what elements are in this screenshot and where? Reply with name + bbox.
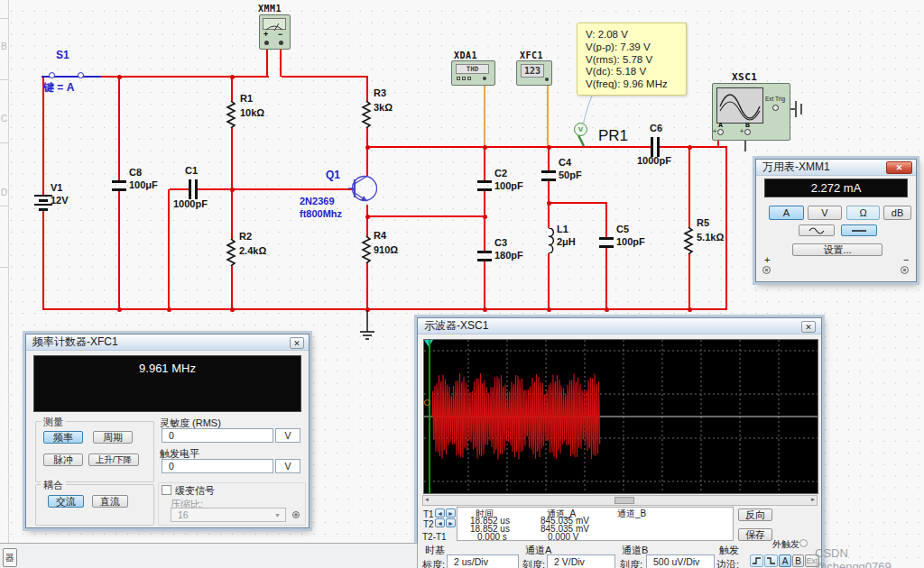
reverse-button[interactable]: 反向 bbox=[738, 508, 772, 521]
channel-b-input[interactable]: 500 uV/Div bbox=[646, 554, 715, 568]
capacitor-c3[interactable] bbox=[477, 251, 492, 261]
timebase-scale-label: 标度: bbox=[422, 558, 445, 568]
wire bbox=[42, 211, 44, 310]
panel-tab[interactable]: 器 bbox=[3, 548, 17, 567]
close-button[interactable]: ✕ bbox=[801, 321, 816, 333]
transistor-q1[interactable] bbox=[348, 174, 379, 206]
capacitor-c1[interactable] bbox=[189, 179, 198, 199]
battery-v1[interactable] bbox=[34, 204, 52, 206]
resistor-r5[interactable] bbox=[683, 227, 694, 254]
close-button[interactable]: ✕ bbox=[886, 161, 912, 174]
probe-vpp: V(p-p): 7.39 V bbox=[586, 41, 686, 54]
falling-edge-button[interactable] bbox=[764, 554, 778, 567]
timebase-input[interactable]: 2 us/Div bbox=[447, 554, 519, 568]
frequency-counter-titlebar[interactable]: 频率计数器-XFC1 bbox=[26, 334, 309, 351]
trigger-channel-b-button[interactable]: B bbox=[792, 554, 804, 567]
save-button[interactable]: 保存 bbox=[738, 528, 772, 541]
period-mode-button[interactable]: 周期 bbox=[93, 431, 133, 444]
resistor-r1[interactable] bbox=[226, 101, 236, 128]
compression-ratio-select[interactable]: 16 ▼ bbox=[171, 508, 286, 522]
mode-ohm-button[interactable]: Ω bbox=[846, 206, 880, 220]
rising-edge-button[interactable] bbox=[750, 554, 763, 567]
capacitor-c8[interactable] bbox=[112, 180, 126, 191]
trigger-unit[interactable]: V bbox=[275, 459, 300, 473]
resistor-r2[interactable] bbox=[226, 239, 236, 266]
sensitivity-unit[interactable]: V bbox=[275, 428, 300, 443]
scroll-right-icon[interactable]: ► bbox=[810, 497, 816, 502]
oscilloscope-icon[interactable]: Ext Trig A B + + bbox=[712, 83, 790, 141]
ground-symbol[interactable] bbox=[358, 310, 376, 344]
channel-a-input[interactable]: 2 V/Div bbox=[547, 554, 615, 568]
battery-v1[interactable] bbox=[39, 208, 48, 211]
freq-mode-button[interactable]: 频率 bbox=[43, 431, 83, 444]
settings-button[interactable]: 设置... bbox=[792, 243, 882, 256]
component-value: 1000pF bbox=[173, 198, 208, 209]
scrollbar-thumb[interactable] bbox=[614, 497, 634, 504]
trigger-level-input[interactable]: 0 bbox=[162, 459, 273, 473]
multimeter-icon[interactable]: + − bbox=[259, 14, 291, 50]
component-value: 10kΩ bbox=[240, 107, 264, 118]
mode-volt-button[interactable]: V bbox=[808, 206, 842, 220]
component-ref: C6 bbox=[650, 123, 662, 133]
dc-coupling-button[interactable]: 直流 bbox=[92, 495, 128, 508]
button-label: 频率 bbox=[53, 431, 73, 444]
wire bbox=[266, 48, 268, 77]
ext-trigger-radio[interactable] bbox=[799, 539, 808, 547]
capacitor-c4[interactable] bbox=[541, 170, 556, 181]
resistor-r4[interactable] bbox=[361, 236, 372, 263]
junction-dot bbox=[605, 307, 609, 312]
button-label: A bbox=[783, 207, 790, 218]
ext-trigger-label: 外触发 bbox=[772, 538, 799, 551]
distortion-analyzer-icon[interactable]: THD bbox=[451, 60, 495, 86]
plus-terminal[interactable] bbox=[762, 266, 771, 274]
frequency-counter-icon[interactable]: 123 bbox=[516, 60, 552, 86]
t2-right-button[interactable]: ► bbox=[446, 518, 456, 527]
component-ref: C8 bbox=[129, 167, 142, 178]
switch-contact[interactable] bbox=[78, 72, 84, 78]
slow-signal-checkbox[interactable] bbox=[162, 485, 171, 495]
component-value: 12V bbox=[51, 195, 69, 206]
t2-left-button[interactable]: ◄ bbox=[435, 518, 445, 527]
junction-dot bbox=[365, 145, 370, 150]
ac-mode-button[interactable] bbox=[799, 224, 835, 236]
switch-contact[interactable] bbox=[49, 72, 55, 78]
sensitivity-input[interactable]: 0 bbox=[162, 428, 273, 443]
battery-v1[interactable] bbox=[39, 199, 48, 202]
resistor-r3[interactable] bbox=[361, 101, 372, 128]
trigger-channel-a-button[interactable]: A bbox=[779, 554, 791, 567]
component-ref: R2 bbox=[239, 231, 252, 242]
component-value: 3kΩ bbox=[374, 102, 393, 113]
button-label: 周期 bbox=[103, 431, 123, 444]
component-value: 100μF bbox=[129, 179, 158, 190]
pulse-mode-button[interactable]: 脉冲 bbox=[43, 453, 83, 466]
wire bbox=[725, 147, 727, 310]
close-icon: ✕ bbox=[293, 339, 300, 348]
inductor-l1[interactable] bbox=[543, 228, 556, 253]
resize-grip[interactable] bbox=[292, 511, 300, 518]
scroll-left-icon[interactable]: ◄ bbox=[424, 497, 430, 502]
scope-scrollbar[interactable]: ◄ ► bbox=[422, 495, 818, 506]
rise-fall-mode-button[interactable]: 上升/下降 bbox=[88, 453, 139, 466]
terminal bbox=[772, 105, 779, 111]
component-ref: R4 bbox=[374, 230, 386, 241]
wire bbox=[366, 263, 368, 309]
terminal bbox=[264, 41, 269, 45]
battery-v1[interactable] bbox=[34, 195, 52, 197]
cursor-handle[interactable] bbox=[424, 399, 430, 406]
wire bbox=[231, 128, 233, 189]
wire bbox=[367, 146, 651, 148]
multimeter-window: 万用表-XMM1 ✕ 2.272 mA A V Ω dB 设置... + − bbox=[755, 159, 917, 282]
capacitor-c5[interactable] bbox=[599, 237, 614, 248]
mode-db-button[interactable]: dB bbox=[883, 206, 911, 220]
minus-terminal[interactable] bbox=[901, 266, 909, 274]
close-button[interactable]: ✕ bbox=[290, 337, 304, 349]
capacitor-c6[interactable] bbox=[651, 137, 660, 157]
mode-ampere-button[interactable]: A bbox=[769, 206, 804, 220]
t1-left-button[interactable]: ◄ bbox=[435, 508, 445, 518]
t1-right-button[interactable]: ► bbox=[446, 508, 456, 518]
capacitor-c2[interactable] bbox=[477, 180, 492, 191]
dc-mode-button[interactable] bbox=[841, 224, 877, 236]
cursor-line[interactable] bbox=[429, 340, 430, 493]
ac-coupling-button[interactable]: 交流 bbox=[48, 495, 84, 508]
oscilloscope-titlebar[interactable]: 示波器-XSC1 bbox=[418, 318, 821, 334]
